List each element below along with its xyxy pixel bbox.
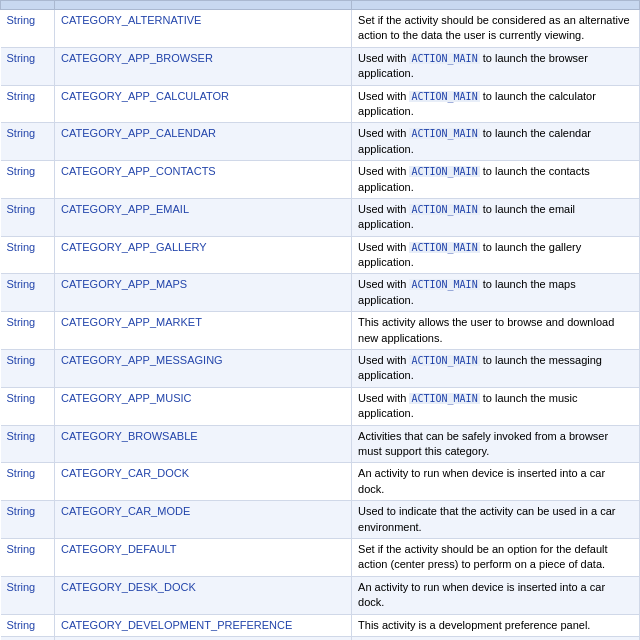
- cell-desc: This activity allows the user to browse …: [352, 312, 640, 350]
- cell-name[interactable]: CATEGORY_APP_MUSIC: [55, 387, 352, 425]
- cell-type: String: [1, 538, 55, 576]
- cell-name[interactable]: CATEGORY_DESK_DOCK: [55, 576, 352, 614]
- cell-name[interactable]: CATEGORY_EMBED: [55, 636, 352, 640]
- cell-desc: Used with ACTION_MAIN to launch the emai…: [352, 198, 640, 236]
- cell-desc: Used with ACTION_MAIN to launch the musi…: [352, 387, 640, 425]
- cell-name[interactable]: CATEGORY_APP_CALENDAR: [55, 123, 352, 161]
- cell-desc: Used to indicate that the activity can b…: [352, 501, 640, 539]
- table-row: StringCATEGORY_CAR_DOCKAn activity to ru…: [1, 463, 640, 501]
- cell-desc: An activity to run when device is insert…: [352, 463, 640, 501]
- cell-desc: Activities that can be safely invoked fr…: [352, 425, 640, 463]
- cell-type: String: [1, 576, 55, 614]
- table-row: StringCATEGORY_ALTERNATIVESet if the act…: [1, 10, 640, 48]
- table-row: StringCATEGORY_APP_BROWSERUsed with ACTI…: [1, 47, 640, 85]
- reference-table: StringCATEGORY_ALTERNATIVESet if the act…: [0, 0, 640, 640]
- cell-name[interactable]: CATEGORY_DEVELOPMENT_PREFERENCE: [55, 614, 352, 636]
- cell-name[interactable]: CATEGORY_APP_GALLERY: [55, 236, 352, 274]
- cell-type: String: [1, 85, 55, 123]
- table-row: StringCATEGORY_DESK_DOCKAn activity to r…: [1, 576, 640, 614]
- cell-type: String: [1, 387, 55, 425]
- cell-type: String: [1, 47, 55, 85]
- cell-type: String: [1, 312, 55, 350]
- cell-desc: Used with ACTION_MAIN to launch the cale…: [352, 123, 640, 161]
- cell-name[interactable]: CATEGORY_APP_CALCULATOR: [55, 85, 352, 123]
- cell-type: String: [1, 274, 55, 312]
- table-row: StringCATEGORY_APP_MUSICUsed with ACTION…: [1, 387, 640, 425]
- cell-desc: Capable of running inside a parent activ…: [352, 636, 640, 640]
- cell-type: String: [1, 425, 55, 463]
- cell-desc: Used with ACTION_MAIN to launch the brow…: [352, 47, 640, 85]
- table-row: StringCATEGORY_DEFAULTSet if the activit…: [1, 538, 640, 576]
- cell-desc: Set if the activity should be considered…: [352, 10, 640, 48]
- table-row: StringCATEGORY_DEVELOPMENT_PREFERENCEThi…: [1, 614, 640, 636]
- table-row: StringCATEGORY_APP_MARKETThis activity a…: [1, 312, 640, 350]
- cell-desc: Used with ACTION_MAIN to launch the cont…: [352, 161, 640, 199]
- cell-name[interactable]: CATEGORY_APP_MAPS: [55, 274, 352, 312]
- cell-name[interactable]: CATEGORY_APP_MESSAGING: [55, 350, 352, 388]
- cell-name[interactable]: CATEGORY_BROWSABLE: [55, 425, 352, 463]
- col-header-name: [55, 1, 352, 10]
- cell-type: String: [1, 10, 55, 48]
- api-table: StringCATEGORY_ALTERNATIVESet if the act…: [0, 0, 640, 640]
- cell-type: String: [1, 198, 55, 236]
- col-header-desc: [352, 1, 640, 10]
- cell-desc: Used with ACTION_MAIN to launch the gall…: [352, 236, 640, 274]
- cell-name[interactable]: CATEGORY_APP_EMAIL: [55, 198, 352, 236]
- table-row: StringCATEGORY_APP_CONTACTSUsed with ACT…: [1, 161, 640, 199]
- table-row: StringCATEGORY_APP_GALLERYUsed with ACTI…: [1, 236, 640, 274]
- table-row: StringCATEGORY_BROWSABLEActivities that …: [1, 425, 640, 463]
- cell-type: String: [1, 501, 55, 539]
- cell-type: String: [1, 161, 55, 199]
- cell-name[interactable]: CATEGORY_CAR_MODE: [55, 501, 352, 539]
- cell-name[interactable]: CATEGORY_APP_CONTACTS: [55, 161, 352, 199]
- table-row: StringCATEGORY_APP_CALENDARUsed with ACT…: [1, 123, 640, 161]
- cell-desc: This activity is a development preferenc…: [352, 614, 640, 636]
- table-row: StringCATEGORY_APP_MESSAGINGUsed with AC…: [1, 350, 640, 388]
- cell-desc: Used with ACTION_MAIN to launch the calc…: [352, 85, 640, 123]
- col-header-type: [1, 1, 55, 10]
- table-row: StringCATEGORY_APP_EMAILUsed with ACTION…: [1, 198, 640, 236]
- table-row: StringCATEGORY_APP_CALCULATORUsed with A…: [1, 85, 640, 123]
- cell-desc: Used with ACTION_MAIN to launch the mess…: [352, 350, 640, 388]
- cell-name[interactable]: CATEGORY_ALTERNATIVE: [55, 10, 352, 48]
- table-row: StringCATEGORY_APP_MAPSUsed with ACTION_…: [1, 274, 640, 312]
- cell-desc: An activity to run when device is insert…: [352, 576, 640, 614]
- cell-desc: Set if the activity should be an option …: [352, 538, 640, 576]
- cell-desc: Used with ACTION_MAIN to launch the maps…: [352, 274, 640, 312]
- cell-name[interactable]: CATEGORY_DEFAULT: [55, 538, 352, 576]
- cell-type: String: [1, 236, 55, 274]
- cell-type: String: [1, 463, 55, 501]
- cell-name[interactable]: CATEGORY_CAR_DOCK: [55, 463, 352, 501]
- cell-name[interactable]: CATEGORY_APP_MARKET: [55, 312, 352, 350]
- table-row: StringCATEGORY_EMBEDCapable of running i…: [1, 636, 640, 640]
- cell-type: String: [1, 614, 55, 636]
- cell-name[interactable]: CATEGORY_APP_BROWSER: [55, 47, 352, 85]
- table-header-row: [1, 1, 640, 10]
- cell-type: String: [1, 123, 55, 161]
- cell-type: String: [1, 350, 55, 388]
- table-row: StringCATEGORY_CAR_MODEUsed to indicate …: [1, 501, 640, 539]
- cell-type: String: [1, 636, 55, 640]
